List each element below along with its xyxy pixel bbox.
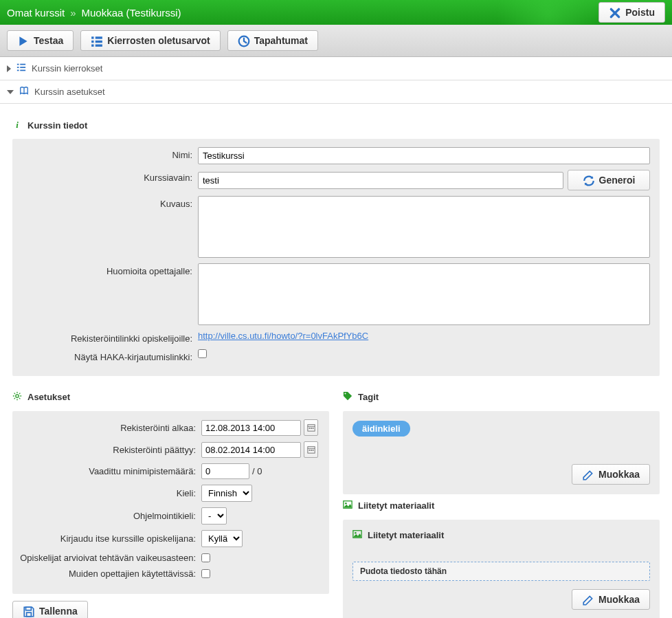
- materials-inner-header: Liitetyt materiaalit: [352, 529, 650, 541]
- settings-title: Asetukset: [27, 392, 70, 402]
- book-icon: [19, 86, 29, 98]
- test-label: Testaa: [34, 35, 63, 46]
- svg-rect-24: [312, 450, 313, 451]
- edit-tags-button[interactable]: Muokkaa: [572, 464, 650, 485]
- tags-title: Tagit: [358, 392, 379, 402]
- generate-button[interactable]: Generoi: [568, 170, 650, 190]
- key-label: Kurssiavain:: [19, 170, 198, 183]
- rounds-panel-header[interactable]: Kurssin kierrokset: [0, 57, 672, 80]
- svg-rect-5: [96, 45, 102, 47]
- svg-rect-19: [312, 428, 313, 429]
- content-area: i Kurssin tiedot Nimi: Kurssiavain: Gene…: [0, 104, 672, 618]
- haka-label: Näytä HAKA-kirjautumislinkki:: [19, 349, 198, 362]
- selfenroll-select[interactable]: Kyllä: [201, 530, 243, 547]
- save-button[interactable]: Tallenna: [12, 601, 88, 618]
- svg-rect-12: [20, 70, 25, 71]
- svg-rect-0: [91, 36, 93, 38]
- name-input[interactable]: [198, 147, 650, 164]
- reg-end-input[interactable]: [201, 442, 301, 458]
- edit-materials-label: Muokkaa: [598, 594, 640, 605]
- round-defaults-button[interactable]: Kierrosten oletusarvot: [80, 30, 220, 51]
- svg-rect-9: [17, 67, 19, 68]
- svg-rect-23: [311, 450, 312, 451]
- calendar-icon[interactable]: [304, 441, 318, 458]
- reg-end-label: Rekisteröinti päättyy:: [18, 445, 201, 455]
- save-label: Tallenna: [39, 606, 78, 617]
- svg-rect-11: [17, 70, 19, 71]
- svg-rect-4: [91, 45, 93, 47]
- exit-button[interactable]: Poistu: [598, 2, 665, 23]
- gear-icon: [12, 391, 22, 403]
- test-button[interactable]: Testaa: [7, 30, 74, 51]
- list-icon: [16, 63, 26, 74]
- close-icon: [609, 7, 620, 18]
- settings-form: Rekisteröinti alkaa: Rekisteröinti päätt…: [12, 411, 329, 594]
- events-button[interactable]: Tapahtumat: [227, 30, 318, 51]
- svg-rect-22: [309, 450, 310, 451]
- reg-start-label: Rekisteröinti alkaa:: [18, 423, 201, 433]
- title-bar: Omat kurssit » Muokkaa (Testikurssi) Poi…: [0, 0, 672, 25]
- edit-icon: [582, 469, 593, 480]
- svg-rect-2: [91, 41, 93, 43]
- tags-header: Tagit: [343, 391, 660, 403]
- reg-start-input[interactable]: [201, 420, 301, 436]
- tag-icon: [343, 391, 352, 403]
- notes-label: Huomioita opettajalle:: [19, 263, 198, 276]
- registration-link[interactable]: http://ville.cs.utu.fi/howto/?r=0lvFAkPf…: [198, 331, 368, 341]
- available-checkbox[interactable]: [201, 569, 210, 578]
- info-icon: i: [12, 120, 22, 131]
- svg-rect-10: [20, 67, 25, 68]
- exit-label: Poistu: [625, 7, 655, 18]
- selfenroll-label: Kirjaudu itse kurssille opiskelijana:: [18, 533, 201, 544]
- breadcrumb-separator: »: [70, 7, 76, 19]
- settings-panel-title: Kurssin asetukset: [34, 87, 105, 97]
- svg-rect-18: [311, 428, 312, 429]
- generate-label: Generoi: [599, 175, 636, 186]
- settings-header: Asetukset: [12, 391, 329, 403]
- round-defaults-label: Kierrosten oletusarvot: [107, 35, 210, 46]
- difficulty-label: Opiskelijat arvioivat tehtävän vaikeusas…: [18, 553, 201, 563]
- svg-rect-3: [96, 41, 102, 43]
- materials-block: Liitetyt materiaalit Pudota tiedosto täh…: [343, 520, 660, 618]
- tags-block: äidinkieli Muokkaa: [343, 411, 660, 494]
- refresh-icon: [583, 175, 594, 186]
- file-drop-zone[interactable]: Pudota tiedosto tähän: [352, 562, 650, 581]
- edit-materials-button[interactable]: Muokkaa: [572, 589, 650, 610]
- svg-rect-17: [309, 428, 310, 429]
- lang-select[interactable]: Finnish: [201, 485, 252, 502]
- course-info-header: i Kurssin tiedot: [12, 120, 660, 131]
- name-label: Nimi:: [19, 147, 198, 160]
- image-icon: [352, 529, 362, 541]
- svg-rect-7: [17, 64, 19, 65]
- svg-point-31: [355, 532, 357, 534]
- haka-checkbox[interactable]: [198, 349, 207, 358]
- materials-inner-title: Liitetyt materiaalit: [368, 530, 444, 540]
- difficulty-checkbox[interactable]: [201, 553, 210, 562]
- calendar-icon[interactable]: [304, 419, 318, 436]
- tag-chip[interactable]: äidinkieli: [352, 421, 410, 437]
- min-points-input[interactable]: [201, 463, 249, 479]
- available-label: Muiden opettajien käytettävissä:: [18, 569, 201, 579]
- svg-point-27: [344, 393, 346, 394]
- key-input[interactable]: [198, 172, 563, 189]
- materials-title: Liitetyt materiaalit: [358, 500, 434, 511]
- proglang-select[interactable]: -: [201, 507, 227, 525]
- desc-input[interactable]: [198, 196, 650, 258]
- min-points-label: Vaadittu minimipistemäärä:: [18, 466, 201, 476]
- rounds-panel-title: Kurssin kierrokset: [32, 63, 102, 74]
- min-points-total: / 0: [252, 466, 262, 476]
- course-info-title: Kurssin tiedot: [27, 120, 87, 131]
- svg-rect-8: [20, 64, 25, 65]
- edit-tags-label: Muokkaa: [598, 469, 640, 480]
- play-icon: [17, 35, 28, 46]
- chevron-down-icon: [7, 90, 14, 94]
- svg-point-29: [345, 503, 347, 505]
- edit-icon: [582, 594, 593, 605]
- breadcrumb-item[interactable]: Omat kurssit: [7, 7, 65, 19]
- settings-panel-header[interactable]: Kurssin asetukset: [0, 80, 672, 104]
- materials-header: Liitetyt materiaalit: [343, 500, 660, 511]
- notes-input[interactable]: [198, 263, 650, 325]
- toolbar: Testaa Kierrosten oletusarvot Tapahtumat: [0, 25, 672, 57]
- save-icon: [23, 606, 34, 617]
- chevron-right-icon: [7, 65, 11, 72]
